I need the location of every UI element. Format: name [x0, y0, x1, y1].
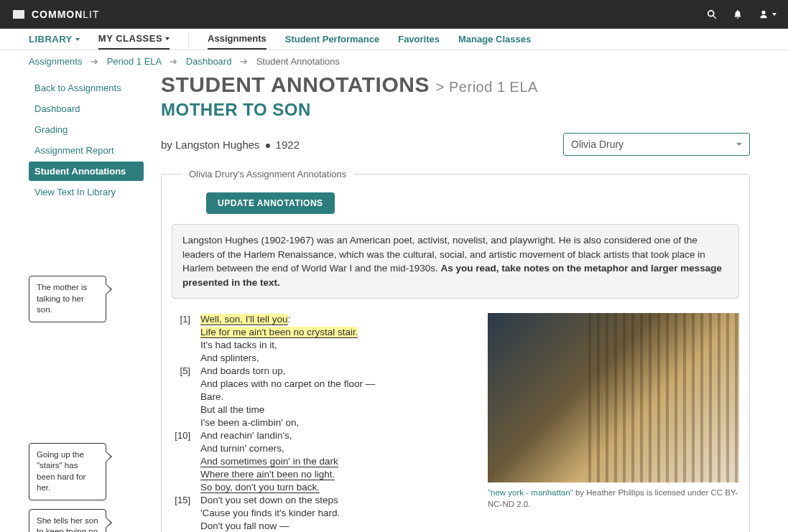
- nav-my-classes[interactable]: MY CLASSES: [98, 29, 170, 50]
- caret-down-icon: [75, 38, 80, 41]
- annotation-note[interactable]: She tells her son to keep trying no matt…: [29, 509, 106, 532]
- sidebar-view-text[interactable]: View Text In Library: [29, 182, 144, 202]
- page-title-crumb: > Period 1 ELA: [436, 79, 538, 95]
- brand-bold: COMMON: [32, 9, 83, 20]
- annotations-panel: Olivia Drury's Assignment Annotations UP…: [161, 169, 750, 532]
- user-menu[interactable]: [759, 9, 777, 19]
- nav-library[interactable]: LIBRARY: [29, 29, 80, 50]
- main-content: STUDENT ANNOTATIONS > Period 1 ELA MOTHE…: [161, 73, 779, 532]
- intro-text: Langston Hughes (1902-1967) was an Ameri…: [172, 224, 739, 299]
- poem-text: Well, son, I'll tell you: Life for me ai…: [200, 313, 375, 532]
- sidebar-back-assignments[interactable]: Back to Assignments: [29, 78, 144, 98]
- caret-down-icon: [772, 13, 777, 16]
- sidebar-assignment-report[interactable]: Assignment Report: [29, 141, 144, 160]
- nav-favorites[interactable]: Favorites: [398, 29, 440, 50]
- breadcrumb-current: Student Annotations: [256, 56, 340, 67]
- caret-down-icon: [736, 143, 742, 146]
- secondary-nav: LIBRARY MY CLASSES Assignments Student P…: [0, 29, 788, 50]
- nav-assignments[interactable]: Assignments: [208, 29, 266, 50]
- breadcrumb-period[interactable]: Period 1 ELA: [107, 56, 162, 67]
- sidebar-grading[interactable]: Grading: [29, 120, 144, 139]
- breadcrumb-assignments[interactable]: Assignments: [29, 56, 82, 67]
- annotations-legend: Olivia Drury's Assignment Annotations: [182, 169, 353, 179]
- nav-manage-classes[interactable]: Manage Classes: [458, 29, 531, 50]
- text-image: [488, 313, 739, 482]
- book-icon: [11, 9, 26, 20]
- image-credit-link[interactable]: "new york - manhattan": [488, 488, 573, 497]
- sidebar-dashboard[interactable]: Dashboard: [29, 99, 144, 118]
- breadcrumb: Assignments ➔ Period 1 ELA ➔ Dashboard ➔…: [0, 50, 788, 73]
- bell-icon[interactable]: [733, 9, 743, 19]
- student-select[interactable]: Olivia Drury: [563, 133, 750, 156]
- text-title: MOTHER TO SON: [161, 100, 750, 120]
- page-title: STUDENT ANNOTATIONS > Period 1 ELA: [161, 73, 750, 97]
- sidebar-student-annotations[interactable]: Student Annotations: [29, 162, 144, 181]
- annotation-note[interactable]: The mother is talking to her son.: [29, 276, 106, 322]
- breadcrumb-dashboard[interactable]: Dashboard: [186, 56, 232, 67]
- image-caption: "new york - manhattan" by Heather Philli…: [488, 487, 739, 510]
- caret-down-icon: [165, 37, 170, 40]
- update-annotations-button[interactable]: UPDATE ANNOTATIONS: [206, 192, 335, 214]
- user-icon: [759, 9, 769, 19]
- brand-thin: LIT: [83, 9, 99, 20]
- top-icons: [707, 9, 777, 19]
- byline: by Langston Hughes1922: [161, 139, 300, 151]
- search-icon[interactable]: [707, 9, 717, 19]
- nav-student-performance[interactable]: Student Performance: [285, 29, 379, 50]
- annotation-note[interactable]: Going up the "stairs" has been hard for …: [29, 443, 106, 500]
- line-numbers: [1] [5] [10] [15] [20]: [172, 313, 200, 532]
- top-bar: COMMONLIT: [0, 0, 788, 29]
- brand-logo[interactable]: COMMONLIT: [11, 9, 100, 20]
